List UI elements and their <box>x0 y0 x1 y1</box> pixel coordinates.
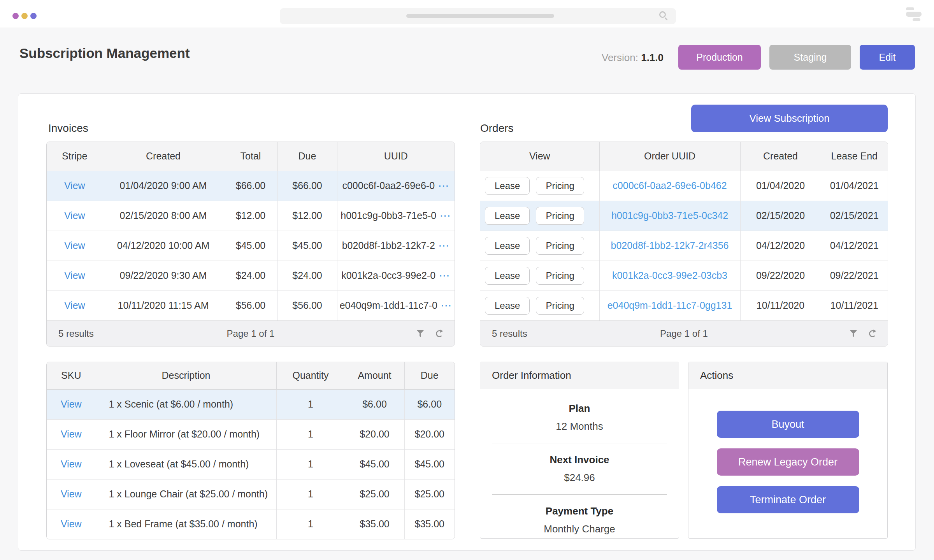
browser-topbar <box>0 0 934 28</box>
column-header: Quantity <box>276 362 345 389</box>
invoice-created-cell: 04/12/2020 10:00 AM <box>103 231 224 261</box>
window-control-dot-1[interactable] <box>12 13 19 19</box>
sku-due-cell: $25.00 <box>404 479 455 509</box>
invoices-table-footer: 5 results Page 1 of 1 <box>47 320 455 346</box>
renew-legacy-order-button[interactable]: Renew Legacy Order <box>717 448 859 476</box>
order-uuid-link[interactable]: h001c9g-0bb3-71e5-0c342 <box>611 210 728 221</box>
order-uuid-cell: b020d8f-1bb2-12k7-2r4356 <box>599 231 740 261</box>
sku-view-link[interactable]: View <box>61 458 82 469</box>
invoice-row: View01/04/2020 9:00 AM$66.00$66.00c000c6… <box>47 171 455 201</box>
invoice-view-link[interactable]: View <box>64 240 85 251</box>
sku-amount-cell: $20.00 <box>345 419 404 449</box>
sku-view-link[interactable]: View <box>61 429 82 439</box>
lease-button[interactable]: Lease <box>485 237 530 255</box>
orders-header-row: ViewOrder UUIDCreatedLease End <box>480 142 888 171</box>
order-information-title: Order Information <box>480 362 679 389</box>
invoice-due-cell: $66.00 <box>277 171 337 201</box>
terminate-order-button[interactable]: Terminate Order <box>717 486 859 513</box>
sku-header-row: SKUDescriptionQuantityAmountDue <box>47 362 455 389</box>
menu-bar-1 <box>906 7 914 10</box>
menu-bar-3 <box>913 18 920 21</box>
order-row: LeasePricinge040q9m-1dd1-11c7-0gg13110/1… <box>480 290 888 320</box>
pricing-button[interactable]: Pricing <box>536 297 584 315</box>
invoice-view-link[interactable]: View <box>64 180 85 191</box>
refresh-icon[interactable] <box>435 329 444 338</box>
sku-description-cell: 1 x Lounge Chair (at $25.00 / month) <box>96 479 276 509</box>
page-title: Subscription Management <box>19 46 190 61</box>
pricing-button[interactable]: Pricing <box>536 177 584 195</box>
order-created-cell: 04/12/2020 <box>740 231 821 261</box>
app-window: Subscription Management Version: 1.1.0 P… <box>0 0 934 560</box>
order-view-cell: LeasePricing <box>480 231 599 261</box>
window-control-dot-3[interactable] <box>30 13 37 19</box>
lease-button[interactable]: Lease <box>485 207 530 225</box>
invoice-total-cell: $66.00 <box>224 171 277 201</box>
invoice-view-link[interactable]: View <box>64 270 85 281</box>
invoice-view-link[interactable]: View <box>64 300 85 311</box>
invoice-stripe-cell: View <box>47 290 103 320</box>
refresh-icon[interactable] <box>868 329 877 338</box>
uuid-expand-ellipsis[interactable]: ··· <box>439 181 449 191</box>
uuid-expand-ellipsis[interactable]: ··· <box>439 241 450 251</box>
uuid-expand-ellipsis[interactable]: ··· <box>440 211 451 221</box>
payment-type-label: Payment Type <box>480 505 679 517</box>
version-value: 1.1.0 <box>641 52 664 63</box>
invoice-stripe-cell: View <box>47 231 103 261</box>
staging-button[interactable]: Staging <box>769 45 851 70</box>
filter-icon[interactable] <box>849 329 858 338</box>
invoices-header-row: StripeCreatedTotalDueUUID <box>47 142 455 171</box>
sku-row: View1 x Loveseat (at $45.00 / month)1$45… <box>47 449 455 479</box>
browser-menu-icon[interactable] <box>906 7 922 21</box>
order-uuid-link[interactable]: c000c6f-0aa2-69e6-0b462 <box>613 180 727 191</box>
next-invoice-value: $24.96 <box>480 472 679 484</box>
sku-description-cell: 1 x Scenic (at $6.00 / month) <box>96 389 276 419</box>
column-header: Description <box>96 362 276 389</box>
address-placeholder-bar <box>406 14 554 18</box>
column-header: SKU <box>47 362 96 389</box>
invoice-uuid-text: e040q9m-1dd1-11c7-0 <box>340 300 437 311</box>
invoice-total-cell: $12.00 <box>224 201 277 231</box>
order-view-cell: LeasePricing <box>480 261 599 290</box>
order-view-cell: LeasePricing <box>480 171 599 201</box>
page-indicator: Page 1 of 1 <box>47 321 455 346</box>
pricing-button[interactable]: Pricing <box>536 237 584 255</box>
order-uuid-cell: c000c6f-0aa2-69e6-0b462 <box>599 171 740 201</box>
lease-button[interactable]: Lease <box>485 297 530 315</box>
sku-view-link[interactable]: View <box>61 518 82 529</box>
uuid-expand-ellipsis[interactable]: ··· <box>441 301 452 311</box>
invoice-row: View09/22/2020 9:30 AM$24.00$24.00k001k2… <box>47 261 455 290</box>
sku-quantity-cell: 1 <box>276 389 345 419</box>
column-header: Amount <box>345 362 404 389</box>
order-uuid-link[interactable]: k001k2a-0cc3-99e2-03cb3 <box>612 270 727 281</box>
pricing-button[interactable]: Pricing <box>536 267 584 285</box>
invoice-view-link[interactable]: View <box>64 210 85 221</box>
window-control-dot-2[interactable] <box>21 13 28 19</box>
filter-icon[interactable] <box>416 329 425 338</box>
order-uuid-link[interactable]: b020d8f-1bb2-12k7-2r4356 <box>611 240 729 251</box>
production-button[interactable]: Production <box>678 45 761 70</box>
version-info: Version: 1.1.0 <box>584 52 664 64</box>
view-subscription-button[interactable]: View Subscription <box>691 105 888 132</box>
order-created-cell: 09/22/2020 <box>740 261 821 290</box>
pricing-button[interactable]: Pricing <box>536 207 584 225</box>
invoice-uuid-text: k001k2a-0cc3-99e2-0 <box>341 270 435 281</box>
order-uuid-link[interactable]: e040q9m-1dd1-11c7-0gg131 <box>607 300 732 311</box>
sku-view-link[interactable]: View <box>61 399 82 410</box>
edit-button[interactable]: Edit <box>860 45 915 70</box>
uuid-expand-ellipsis[interactable]: ··· <box>439 271 450 281</box>
order-row: LeasePricingb020d8f-1bb2-12k7-2r435604/1… <box>480 231 888 261</box>
sku-cell: View <box>47 419 96 449</box>
actions-panel: Actions Buyout Renew Legacy Order Termin… <box>688 362 888 539</box>
lease-button[interactable]: Lease <box>485 267 530 285</box>
order-row: LeasePricingh001c9g-0bb3-71e5-0c34202/15… <box>480 201 888 231</box>
sku-view-link[interactable]: View <box>61 488 82 499</box>
invoice-uuid-text: b020d8f-1bb2-12k7-2 <box>342 240 435 251</box>
lease-button[interactable]: Lease <box>485 177 530 195</box>
column-header: Lease End <box>821 142 888 171</box>
browser-address-bar[interactable] <box>280 8 676 24</box>
actions-title: Actions <box>688 362 887 389</box>
invoice-uuid-cell: c000c6f-0aa2-69e6-0··· <box>337 171 455 201</box>
invoice-due-cell: $24.00 <box>277 261 337 290</box>
invoice-due-cell: $12.00 <box>277 201 337 231</box>
buyout-button[interactable]: Buyout <box>717 411 859 438</box>
